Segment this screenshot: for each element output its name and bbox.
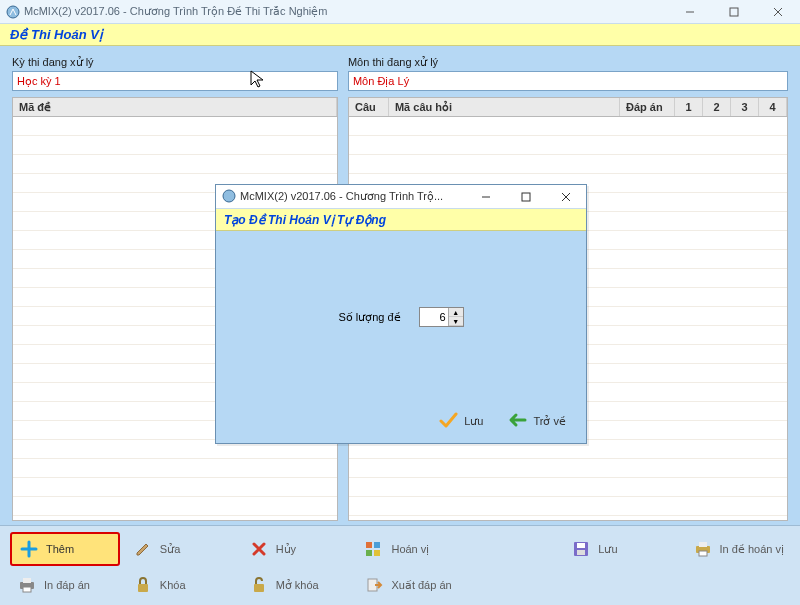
print-permuted-label: In đề hoán vị: [720, 543, 784, 556]
pencil-icon: [132, 538, 154, 560]
delete-button[interactable]: Hủy: [242, 534, 352, 564]
app-icon: [222, 189, 236, 205]
dialog-save-label: Lưu: [464, 415, 483, 428]
app-icon: [6, 5, 20, 19]
col-cau: Câu: [349, 98, 389, 116]
subject-field[interactable]: [348, 71, 788, 91]
create-permutation-dialog: McMIX(2) v2017.06 - Chương Trình Trộ... …: [215, 184, 587, 444]
edit-label: Sửa: [160, 543, 180, 556]
dialog-titlebar: McMIX(2) v2017.06 - Chương Trình Trộ...: [216, 185, 586, 209]
dialog-title: McMIX(2) v2017.06 - Chương Trình Trộ...: [240, 190, 466, 203]
svg-rect-5: [366, 542, 372, 548]
svg-rect-7: [366, 550, 372, 556]
permute-label: Hoán vị: [391, 543, 429, 556]
svg-point-0: [7, 6, 19, 18]
bottom-toolbar: Thêm Sửa Hủy Hoán vị Lưu In đáp án In đề…: [0, 525, 800, 605]
svg-rect-18: [138, 584, 148, 592]
svg-rect-8: [374, 550, 380, 556]
window-title: McMIX(2) v2017.06 - Chương Trình Trộn Đề…: [24, 5, 668, 18]
maximize-button[interactable]: [712, 0, 756, 24]
subject-label: Môn thi đang xử lý: [348, 56, 788, 69]
exam-period-label: Kỳ thi đang xử lý: [12, 56, 338, 69]
dialog-back-button[interactable]: Trở về: [507, 412, 566, 430]
svg-rect-19: [254, 584, 264, 592]
export-answer-button[interactable]: Xuất đáp án: [357, 570, 558, 600]
plus-icon: [18, 538, 40, 560]
x-icon: [248, 538, 270, 560]
check-icon: [438, 411, 458, 431]
dialog-footer: Lưu Trở về: [216, 405, 586, 437]
svg-rect-10: [577, 543, 585, 548]
svg-rect-6: [374, 542, 380, 548]
add-label: Thêm: [46, 543, 74, 555]
delete-label: Hủy: [276, 543, 296, 556]
dialog-heading-strip: Tạo Đề Thi Hoán Vị Tự Động: [216, 209, 586, 231]
printer-icon: [692, 538, 714, 560]
svg-rect-2: [730, 8, 738, 16]
svg-rect-16: [699, 542, 707, 547]
svg-rect-17: [699, 551, 707, 556]
add-button[interactable]: Thêm: [10, 532, 120, 566]
dialog-body: Số lượng đề ▲ ▼: [216, 231, 586, 403]
quantity-input[interactable]: [420, 308, 448, 326]
svg-rect-13: [23, 578, 31, 583]
export-answer-label: Xuất đáp án: [391, 579, 451, 592]
permute-button[interactable]: Hoán vị: [357, 534, 558, 564]
dialog-minimize-button[interactable]: [466, 185, 506, 209]
lock-icon: [132, 574, 154, 596]
save-button[interactable]: Lưu: [564, 534, 674, 564]
quantity-label: Số lượng đề: [338, 311, 400, 324]
floppy-icon: [570, 538, 592, 560]
col-dapan: Đáp án: [620, 98, 675, 116]
main-titlebar: McMIX(2) v2017.06 - Chương Trình Trộn Đề…: [0, 0, 800, 24]
arrow-left-icon: [507, 412, 527, 430]
dialog-save-button[interactable]: Lưu: [438, 411, 483, 431]
save-label: Lưu: [598, 543, 617, 556]
col-macauhoi: Mã câu hỏi: [389, 98, 620, 116]
unlock-icon: [248, 574, 270, 596]
col-1: 1: [675, 98, 703, 116]
print-answer-label: In đáp án: [44, 579, 90, 591]
col-2: 2: [703, 98, 731, 116]
print-permuted-button[interactable]: In đề hoán vị: [686, 534, 790, 564]
minimize-button[interactable]: [668, 0, 712, 24]
svg-rect-26: [522, 193, 530, 201]
dialog-heading: Tạo Đề Thi Hoán Vị Tự Động: [224, 213, 386, 227]
export-icon: [363, 574, 385, 596]
unlock-label: Mở khóa: [276, 579, 319, 592]
lock-label: Khóa: [160, 579, 186, 591]
close-button[interactable]: [756, 0, 800, 24]
dialog-back-label: Trở về: [533, 415, 566, 428]
spin-down-button[interactable]: ▼: [449, 317, 463, 326]
printer-icon: [16, 574, 38, 596]
right-grid-header: Câu Mã câu hỏi Đáp án 1 2 3 4: [348, 97, 788, 117]
exam-period-field[interactable]: [12, 71, 338, 91]
shuffle-icon: [363, 538, 385, 560]
spin-up-button[interactable]: ▲: [449, 308, 463, 317]
svg-point-24: [223, 190, 235, 202]
col-made: Mã đề: [13, 98, 337, 116]
quantity-stepper[interactable]: ▲ ▼: [419, 307, 464, 327]
page-heading: Đề Thi Hoán Vị: [10, 27, 103, 42]
dialog-close-button[interactable]: [546, 185, 586, 209]
col-3: 3: [731, 98, 759, 116]
dialog-maximize-button[interactable]: [506, 185, 546, 209]
col-4: 4: [759, 98, 787, 116]
edit-button[interactable]: Sửa: [126, 534, 236, 564]
heading-strip: Đề Thi Hoán Vị: [0, 24, 800, 46]
unlock-button[interactable]: Mở khóa: [242, 570, 352, 600]
print-answer-button[interactable]: In đáp án: [10, 570, 120, 600]
lock-button[interactable]: Khóa: [126, 570, 236, 600]
svg-rect-11: [577, 550, 585, 555]
left-grid-header: Mã đề: [12, 97, 338, 117]
svg-rect-14: [23, 587, 31, 592]
